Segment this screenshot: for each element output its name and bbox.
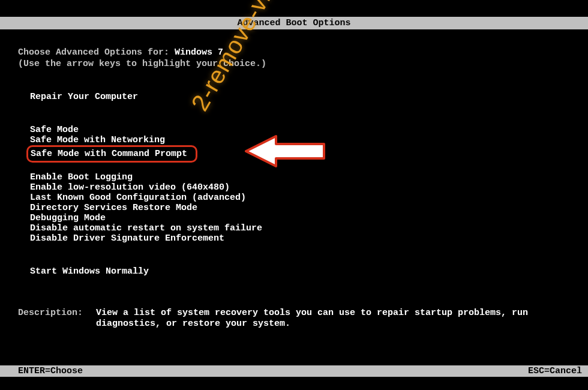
os-name: Windows 7	[175, 47, 223, 58]
page-title: Advanced Boot Options	[237, 18, 350, 28]
description-block: Description: View a list of system recov…	[18, 308, 570, 329]
intro-line: Choose Advanced Options for: Windows 7	[18, 47, 570, 58]
footer-bar: ENTER=Choose ESC=Cancel	[0, 365, 588, 377]
menu-boot-logging[interactable]: Enable Boot Logging	[30, 172, 570, 182]
description-label: Description:	[18, 308, 96, 329]
menu-safe-mode-networking[interactable]: Safe Mode with Networking	[30, 135, 570, 145]
footer-enter: ENTER=Choose	[18, 366, 83, 376]
intro-prefix: Choose Advanced Options for:	[18, 47, 175, 58]
menu-no-auto-restart[interactable]: Disable automatic restart on system fail…	[30, 223, 570, 233]
content-area: Choose Advanced Options for: Windows 7 (…	[0, 29, 588, 329]
menu-dsrm[interactable]: Directory Services Restore Mode	[30, 203, 570, 213]
menu-start-normally[interactable]: Start Windows Normally	[30, 266, 570, 277]
title-bar: Advanced Boot Options	[0, 17, 588, 29]
menu-lkgc[interactable]: Last Known Good Configuration (advanced)	[30, 193, 570, 203]
menu-debug[interactable]: Debugging Mode	[30, 213, 570, 223]
menu-no-driver-sig[interactable]: Disable Driver Signature Enforcement	[30, 233, 570, 244]
description-text: View a list of system recovery tools you…	[96, 308, 570, 329]
footer-esc: ESC=Cancel	[528, 366, 582, 376]
highlight-box: Safe Mode with Command Prompt	[26, 145, 197, 163]
boot-menu: Repair Your Computer Safe Mode Safe Mode…	[18, 92, 570, 277]
menu-safe-mode[interactable]: Safe Mode	[30, 125, 570, 135]
menu-low-res[interactable]: Enable low-resolution video (640x480)	[30, 182, 570, 193]
intro-hint: (Use the arrow keys to highlight your ch…	[18, 59, 570, 69]
highlighted-row: Safe Mode with Command Prompt	[30, 145, 197, 163]
menu-safe-mode-cmd[interactable]: Safe Mode with Command Prompt	[31, 149, 187, 159]
menu-repair[interactable]: Repair Your Computer	[30, 92, 570, 102]
